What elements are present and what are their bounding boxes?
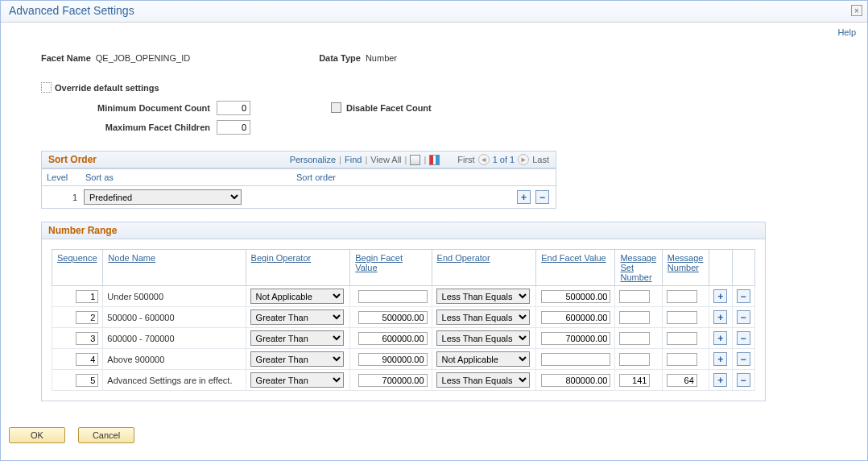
end-operator-select[interactable]: Less Than Equals: [436, 330, 530, 346]
begin-value-input[interactable]: [358, 311, 428, 324]
datatype-value: Number: [366, 53, 397, 63]
personalize-link[interactable]: Personalize: [290, 155, 336, 164]
begin-operator-select[interactable]: Greater Than: [250, 351, 344, 367]
col-begin-op[interactable]: Begin Operator: [251, 253, 312, 263]
end-operator-select[interactable]: Not Applicable: [436, 351, 530, 367]
delete-row-button[interactable]: −: [737, 373, 750, 387]
disable-facet-label: Disable Facet Count: [346, 103, 432, 113]
titlebar: Advanced Facet Settings ×: [1, 1, 867, 23]
table-row: 500000 - 600000Greater ThanLess Than Equ…: [52, 307, 755, 328]
end-value-input[interactable]: [541, 374, 610, 387]
msg-num-input[interactable]: [667, 332, 697, 345]
download-icon[interactable]: [429, 155, 440, 165]
end-value-input[interactable]: [541, 311, 610, 324]
sort-columns: Level Sort as Sort order: [42, 168, 556, 186]
top-fields: Facet Name QE_JOB_OPENING_ID Data Type N…: [41, 53, 827, 66]
end-operator-select[interactable]: Less Than Equals: [436, 309, 530, 325]
begin-operator-select[interactable]: Greater Than: [250, 309, 344, 325]
cancel-button[interactable]: Cancel: [78, 427, 134, 443]
min-count-input[interactable]: [217, 101, 250, 115]
delete-row-button[interactable]: −: [737, 310, 750, 324]
node-name-value: Above 900000: [107, 355, 164, 364]
msg-num-input[interactable]: [667, 353, 697, 366]
msg-num-input[interactable]: [667, 290, 697, 303]
begin-value-input[interactable]: [358, 374, 428, 387]
msg-set-input[interactable]: [619, 311, 650, 324]
node-name-value: 600000 - 700000: [107, 334, 174, 343]
msg-set-input[interactable]: [619, 374, 650, 387]
table-row: Above 900000Greater ThanNot Applicable+−: [52, 349, 755, 370]
node-name-value: 500000 - 600000: [107, 313, 174, 322]
msg-num-input[interactable]: [667, 311, 697, 324]
max-children-label: Maximum Facet Children: [41, 123, 210, 132]
col-sortas[interactable]: Sort as: [81, 169, 291, 185]
add-row-button[interactable]: +: [713, 310, 727, 324]
viewall-link[interactable]: View All: [370, 155, 401, 164]
min-count-label: Minimum Document Count: [41, 103, 210, 113]
node-name-value: Under 500000: [107, 292, 163, 301]
add-row-button[interactable]: +: [713, 352, 727, 366]
end-value-input[interactable]: [541, 353, 610, 366]
facet-name-value: QE_JOB_OPENING_ID: [96, 53, 190, 63]
col-msg-set[interactable]: Message Set Number: [620, 253, 656, 282]
begin-value-input[interactable]: [358, 353, 428, 366]
end-value-input[interactable]: [541, 332, 610, 345]
disable-facet-checkbox[interactable]: [331, 102, 341, 113]
nav-first[interactable]: First: [457, 155, 474, 164]
begin-value-input[interactable]: [358, 332, 428, 345]
ok-button[interactable]: OK: [9, 427, 65, 443]
node-name-value: Advanced Settings are in effect.: [107, 376, 232, 385]
end-operator-select[interactable]: Less Than Equals: [436, 372, 530, 388]
sequence-input[interactable]: [76, 332, 98, 345]
sort-row: 1 Predefined + −: [42, 186, 556, 208]
col-sequence[interactable]: Sequence: [57, 253, 97, 263]
sequence-input[interactable]: [76, 290, 98, 303]
nav-last[interactable]: Last: [532, 155, 549, 164]
add-row-button[interactable]: +: [713, 289, 727, 303]
add-row-button[interactable]: +: [713, 331, 727, 345]
begin-value-input[interactable]: [358, 290, 428, 303]
help-link[interactable]: Help: [837, 27, 856, 37]
add-row-button[interactable]: +: [517, 190, 531, 204]
zoom-icon[interactable]: [410, 155, 420, 165]
counts-block: Minimum Document Count Maximum Facet Chi…: [41, 101, 827, 139]
delete-row-button[interactable]: −: [737, 289, 750, 303]
delete-row-button[interactable]: −: [737, 352, 750, 366]
col-begin-val[interactable]: Begin Facet Value: [355, 253, 403, 272]
delete-row-button[interactable]: −: [737, 331, 750, 345]
sort-order-toolbar: Personalize | Find | View All | | First …: [290, 154, 549, 165]
msg-num-input[interactable]: [667, 374, 697, 387]
col-end-op[interactable]: End Operator: [437, 253, 490, 263]
override-checkbox[interactable]: [41, 82, 52, 93]
window-title: Advanced Facet Settings: [9, 4, 134, 17]
table-row: Advanced Settings are in effect.Greater …: [52, 370, 755, 391]
begin-operator-select[interactable]: Greater Than: [250, 372, 344, 388]
end-operator-select[interactable]: Less Than Equals: [436, 289, 530, 304]
sequence-input[interactable]: [76, 311, 98, 324]
nav-prev-icon[interactable]: ◄: [478, 154, 490, 165]
nav-next-icon[interactable]: ►: [518, 154, 529, 165]
begin-operator-select[interactable]: Greater Than: [250, 330, 344, 346]
sort-level-value: 1: [45, 193, 84, 202]
help-row: Help: [1, 23, 867, 37]
close-icon[interactable]: ×: [851, 5, 862, 16]
add-row-button[interactable]: +: [713, 373, 727, 387]
msg-set-input[interactable]: [619, 353, 650, 366]
begin-operator-select[interactable]: Not Applicable: [250, 289, 344, 304]
delete-row-button[interactable]: −: [535, 190, 549, 204]
number-range-panel: Number Range Sequence Node Name Begin Op…: [41, 222, 766, 401]
msg-set-input[interactable]: [619, 332, 650, 345]
sortas-select[interactable]: Predefined: [84, 189, 242, 205]
msg-set-input[interactable]: [619, 290, 650, 303]
col-sortorder[interactable]: Sort order: [291, 169, 556, 185]
col-level[interactable]: Level: [42, 169, 81, 185]
sort-order-title: Sort Order: [48, 154, 97, 165]
sequence-input[interactable]: [76, 374, 98, 387]
sequence-input[interactable]: [76, 353, 98, 366]
end-value-input[interactable]: [541, 290, 610, 303]
col-msg-num[interactable]: Message Number: [668, 253, 704, 272]
col-end-val[interactable]: End Facet Value: [541, 253, 606, 263]
col-node-name[interactable]: Node Name: [108, 253, 155, 263]
find-link[interactable]: Find: [345, 155, 362, 164]
max-children-input[interactable]: [217, 120, 250, 135]
